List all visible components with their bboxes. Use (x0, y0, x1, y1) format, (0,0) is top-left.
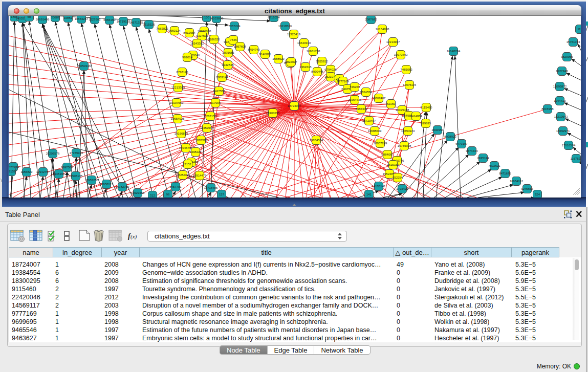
svg-text:17046766: 17046766 (179, 146, 193, 149)
svg-text:15751074: 15751074 (567, 40, 580, 43)
svg-text:17359926: 17359926 (70, 151, 83, 155)
svg-text:7625402: 7625402 (177, 173, 189, 177)
svg-text:20206576: 20206576 (46, 152, 60, 155)
svg-text:20364436: 20364436 (348, 98, 362, 101)
svg-text:2718126: 2718126 (176, 71, 188, 74)
svg-text:14136141: 14136141 (372, 185, 386, 188)
svg-text:924: 924 (535, 193, 540, 196)
svg-text:157: 157 (219, 193, 225, 196)
svg-text:3824554: 3824554 (360, 91, 372, 94)
svg-text:1244419: 1244419 (554, 99, 566, 102)
svg-text:1167533: 1167533 (571, 157, 581, 160)
svg-text:9884067: 9884067 (381, 153, 394, 156)
svg-text:19218506: 19218506 (278, 25, 292, 28)
svg-text:6479197: 6479197 (455, 142, 468, 145)
svg-text:18300295: 18300295 (266, 112, 280, 115)
svg-text:19384554: 19384554 (310, 139, 323, 142)
svg-text:252254: 252254 (393, 176, 403, 179)
svg-text:18724007: 18724007 (288, 104, 301, 107)
svg-text:8414884: 8414884 (410, 115, 422, 118)
svg-text:7832621: 7832621 (488, 164, 500, 167)
svg-text:10807487: 10807487 (372, 97, 386, 100)
svg-text:111: 111 (577, 28, 581, 31)
svg-text:16782759: 16782759 (116, 185, 129, 188)
svg-text:17957255: 17957255 (85, 179, 99, 182)
svg-text:25053346: 25053346 (77, 64, 91, 68)
svg-text:12213967: 12213967 (386, 40, 400, 43)
svg-text:8471676: 8471676 (499, 172, 511, 175)
svg-text:1588520: 1588520 (272, 57, 285, 60)
svg-text:2867608: 2867608 (234, 45, 246, 48)
svg-text:9242848: 9242848 (222, 63, 234, 67)
svg-text:12923466: 12923466 (131, 191, 145, 194)
svg-text:19654923: 19654923 (401, 129, 415, 133)
svg-text:12213369: 12213369 (171, 86, 185, 89)
svg-text:15716485: 15716485 (204, 186, 218, 189)
svg-text:16914479: 16914479 (193, 174, 207, 177)
svg-text:20691406: 20691406 (36, 18, 50, 21)
svg-text:19756928: 19756928 (398, 144, 411, 147)
svg-text:9660124: 9660124 (168, 29, 181, 32)
svg-text:312: 312 (150, 194, 156, 197)
svg-text:9146821: 9146821 (259, 53, 271, 56)
svg-text:10107553: 10107553 (170, 101, 184, 104)
svg-text:7357224: 7357224 (228, 25, 241, 28)
svg-text:16210643: 16210643 (554, 115, 568, 118)
svg-text:5498222: 5498222 (189, 150, 202, 154)
svg-text:2803144: 2803144 (216, 76, 228, 79)
svg-text:10958117: 10958117 (100, 183, 114, 186)
svg-text:8813054: 8813054 (268, 16, 280, 19)
svg-text:10973493: 10973493 (394, 53, 408, 56)
svg-text:10719155: 10719155 (117, 20, 130, 23)
svg-text:16671355: 16671355 (129, 21, 143, 24)
svg-text:3822037: 3822037 (285, 60, 297, 63)
svg-text:3875685: 3875685 (222, 51, 234, 54)
svg-text:8990448: 8990448 (311, 70, 323, 73)
svg-text:15720407: 15720407 (362, 119, 376, 122)
svg-text:989014: 989014 (182, 56, 193, 59)
svg-text:17016504: 17016504 (562, 144, 576, 147)
svg-text:39159: 39159 (9, 170, 16, 173)
svg-text:6466160: 6466160 (103, 18, 116, 21)
svg-text:7485063: 7485063 (400, 68, 412, 71)
svg-text:9245652: 9245652 (521, 187, 533, 190)
svg-text:8938923: 8938923 (444, 135, 456, 138)
svg-text:18807249: 18807249 (374, 142, 387, 145)
svg-text:8912954: 8912954 (183, 31, 195, 34)
svg-text:12942757: 12942757 (36, 170, 50, 173)
svg-text:19654925: 19654925 (171, 117, 185, 120)
svg-text:7955812: 7955812 (316, 60, 328, 63)
svg-text:9327503: 9327503 (196, 34, 208, 37)
svg-text:7663822: 7663822 (156, 27, 168, 30)
svg-text:9829966: 9829966 (561, 55, 573, 58)
svg-text:917006: 917006 (210, 101, 221, 104)
svg-text:6794028: 6794028 (324, 68, 337, 71)
svg-text:16640910: 16640910 (297, 41, 311, 45)
svg-text:9115460: 9115460 (421, 106, 433, 109)
svg-text:10053809: 10053809 (210, 17, 224, 20)
svg-text:12505135: 12505135 (69, 174, 83, 178)
svg-text:7986372: 7986372 (355, 107, 367, 111)
svg-text:746266: 746266 (350, 85, 360, 89)
svg-text:16961758: 16961758 (307, 50, 320, 53)
svg-text:8427552: 8427552 (213, 90, 225, 93)
svg-text:10654112: 10654112 (510, 180, 524, 183)
svg-text:16543382: 16543382 (190, 42, 204, 45)
svg-text:11325419: 11325419 (287, 33, 301, 36)
svg-text:10688609: 10688609 (368, 129, 382, 133)
svg-text:12975115: 12975115 (403, 83, 417, 86)
svg-text:2935114: 2935114 (477, 157, 490, 160)
svg-text:15692971: 15692971 (556, 129, 570, 133)
svg-text:1615152: 1615152 (387, 163, 399, 166)
svg-text:11353594: 11353594 (200, 126, 214, 129)
svg-text:141: 141 (366, 193, 372, 196)
svg-text:1156829: 1156829 (21, 170, 33, 173)
svg-text:19166829: 19166829 (175, 132, 188, 135)
svg-text:98: 98 (166, 193, 170, 196)
svg-text:20087: 20087 (51, 16, 60, 19)
svg-text:8186326: 8186326 (208, 38, 220, 41)
svg-text:16154808: 16154808 (376, 28, 389, 31)
svg-text:10653267: 10653267 (75, 17, 89, 20)
svg-text:2087682: 2087682 (365, 18, 377, 21)
svg-text:16648784: 16648784 (447, 50, 461, 53)
